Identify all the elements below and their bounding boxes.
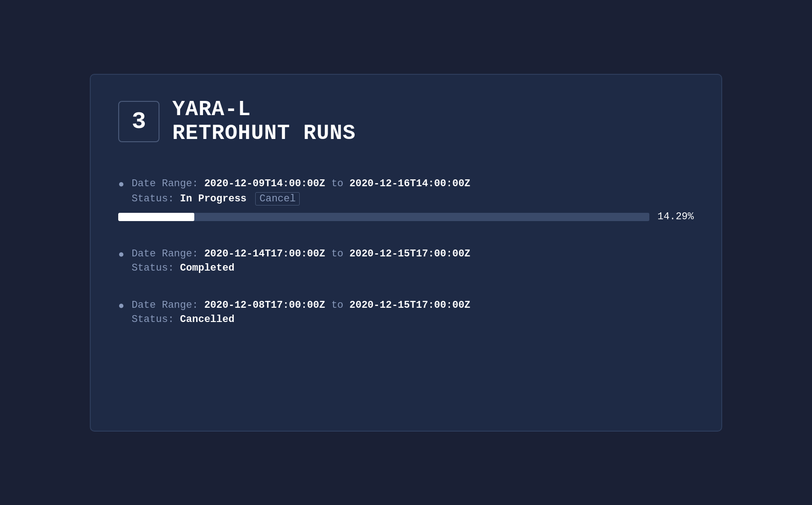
run-1-date-range: Date Range: 2020-12-09T14:00:00Z to 2020… [132, 178, 694, 189]
bullet-icon-1: ● [118, 179, 124, 190]
run-item-3: ● Date Range: 2020-12-08T17:00:00Z to 20… [118, 287, 694, 338]
run-2-to: to [331, 248, 343, 260]
card-number: 3 [118, 101, 159, 142]
run-1-info: Date Range: 2020-12-09T14:00:00Z to 2020… [132, 178, 694, 205]
run-1-status-value: In Progress [180, 193, 247, 205]
run-3-info: Date Range: 2020-12-08T17:00:00Z to 2020… [132, 300, 694, 325]
run-2-status-line: Status: Completed [132, 262, 694, 274]
run-3-to: to [331, 300, 343, 311]
run-1-progress-container: 14.29% [118, 211, 694, 222]
run-3-header: ● Date Range: 2020-12-08T17:00:00Z to 20… [118, 300, 694, 325]
cancel-button-1[interactable]: Cancel [255, 192, 300, 205]
progress-bar-fill-1 [118, 213, 194, 221]
run-3-connector-2 [343, 300, 349, 311]
run-2-connector-2 [343, 248, 349, 260]
run-1-date-start: 2020-12-09T14:00:00Z [204, 178, 325, 189]
progress-bar-bg-1 [118, 213, 649, 221]
run-3-date-label: Date Range: [132, 300, 198, 311]
retrohunt-card: 3 YARA-L RETROHUNT RUNS ● Date Range: 20… [90, 74, 722, 432]
run-1-header: ● Date Range: 2020-12-09T14:00:00Z to 20… [118, 178, 694, 205]
run-3-date-start: 2020-12-08T17:00:00Z [204, 300, 325, 311]
run-1-status-line: Status: In Progress Cancel [132, 192, 694, 205]
run-2-date-end: 2020-12-15T17:00:00Z [350, 248, 471, 260]
run-1-date-label: Date Range: [132, 178, 198, 189]
run-3-date-range: Date Range: 2020-12-08T17:00:00Z to 2020… [132, 300, 694, 311]
run-item-1: ● Date Range: 2020-12-09T14:00:00Z to 20… [118, 169, 694, 235]
card-title: YARA-L RETROHUNT RUNS [172, 98, 356, 146]
run-2-header: ● Date Range: 2020-12-14T17:00:00Z to 20… [118, 248, 694, 274]
run-1-to: to [331, 178, 343, 189]
bullet-icon-2: ● [118, 249, 124, 261]
card-header: 3 YARA-L RETROHUNT RUNS [118, 98, 694, 146]
run-3-status-value: Cancelled [180, 314, 235, 325]
run-2-date-start: 2020-12-14T17:00:00Z [204, 248, 325, 260]
run-2-status-value: Completed [180, 262, 235, 274]
progress-pct-label-1: 14.29% [658, 211, 694, 222]
run-3-status-line: Status: Cancelled [132, 314, 694, 325]
run-2-status-label: Status: [132, 262, 174, 274]
run-1-status-label: Status: [132, 193, 174, 205]
run-2-date-range: Date Range: 2020-12-14T17:00:00Z to 2020… [132, 248, 694, 260]
runs-list: ● Date Range: 2020-12-09T14:00:00Z to 20… [118, 169, 694, 338]
run-3-status-label: Status: [132, 314, 174, 325]
run-2-info: Date Range: 2020-12-14T17:00:00Z to 2020… [132, 248, 694, 274]
run-3-date-end: 2020-12-15T17:00:00Z [350, 300, 471, 311]
run-1-date-end: 2020-12-16T14:00:00Z [350, 178, 471, 189]
bullet-icon-3: ● [118, 300, 124, 312]
run-item-2: ● Date Range: 2020-12-14T17:00:00Z to 20… [118, 235, 694, 287]
run-2-date-label: Date Range: [132, 248, 198, 260]
run-1-connector-2 [343, 178, 349, 189]
